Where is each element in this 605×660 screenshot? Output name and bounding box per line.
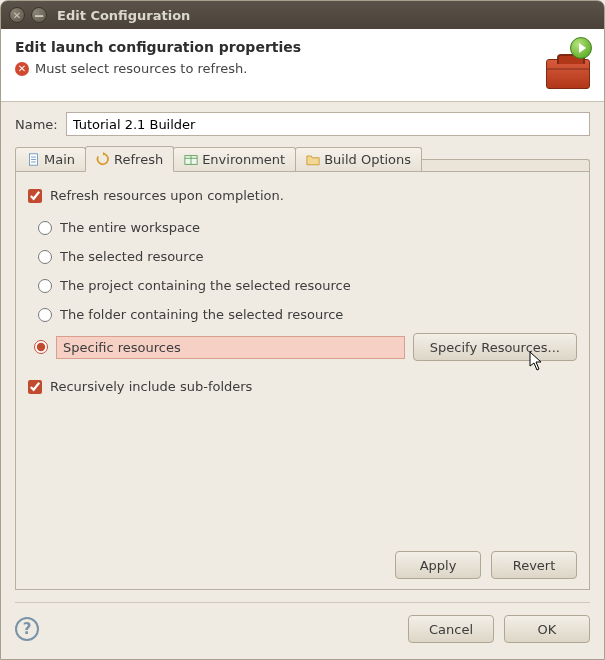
close-window-button[interactable]: ✕ [9, 7, 25, 23]
name-label: Name: [15, 117, 58, 132]
separator [15, 602, 590, 603]
refresh-panel: Refresh resources upon completion. The e… [15, 172, 590, 590]
refresh-on-complete-label[interactable]: Refresh resources upon completion. [50, 188, 284, 203]
run-icon [570, 37, 592, 59]
help-button[interactable]: ? [15, 617, 39, 641]
folder-icon [306, 153, 320, 167]
cancel-button[interactable]: Cancel [408, 615, 494, 643]
tab-build-options[interactable]: Build Options [295, 147, 422, 171]
toolbox-icon [546, 59, 590, 89]
tab-refresh-label: Refresh [114, 152, 163, 167]
specify-resources-button[interactable]: Specify Resources... [413, 333, 577, 361]
radio-folder-containing[interactable] [38, 308, 52, 322]
environment-icon [184, 153, 198, 167]
radio-project-containing[interactable] [38, 279, 52, 293]
titlebar[interactable]: ✕ ‒ Edit Configuration [1, 1, 604, 29]
radio-folder-containing-label[interactable]: The folder containing the selected resou… [60, 307, 343, 322]
tab-main[interactable]: Main [15, 147, 86, 171]
refresh-on-complete-checkbox[interactable] [28, 189, 42, 203]
document-icon [26, 153, 40, 167]
revert-button[interactable]: Revert [491, 551, 577, 579]
tab-build-label: Build Options [324, 152, 411, 167]
recursive-checkbox[interactable] [28, 380, 42, 394]
radio-entire-workspace-label[interactable]: The entire workspace [60, 220, 200, 235]
radio-entire-workspace[interactable] [38, 221, 52, 235]
header-title: Edit launch configuration properties [15, 39, 534, 55]
tab-environment-label: Environment [202, 152, 285, 167]
tab-environment[interactable]: Environment [173, 147, 296, 171]
refresh-icon [96, 152, 110, 166]
header-banner: Edit launch configuration properties ✕ M… [1, 29, 604, 102]
header-error: ✕ Must select resources to refresh. [15, 61, 534, 76]
radio-specific-resources-label[interactable]: Specific resources [56, 336, 405, 359]
tab-main-label: Main [44, 152, 75, 167]
ok-button[interactable]: OK [504, 615, 590, 643]
radio-specific-resources[interactable] [34, 340, 48, 354]
tab-bar-trailing [422, 159, 590, 171]
header-error-text: Must select resources to refresh. [35, 61, 247, 76]
recursive-label[interactable]: Recursively include sub-folders [50, 379, 252, 394]
radio-project-containing-label[interactable]: The project containing the selected reso… [60, 278, 351, 293]
dialog-window: ✕ ‒ Edit Configuration Edit launch confi… [0, 0, 605, 660]
tab-bar: Main Refresh Environment Build Options [15, 146, 590, 172]
window-title: Edit Configuration [57, 8, 190, 23]
name-input[interactable] [66, 112, 590, 136]
apply-button[interactable]: Apply [395, 551, 481, 579]
tab-refresh[interactable]: Refresh [85, 146, 174, 172]
error-icon: ✕ [15, 62, 29, 76]
minimize-window-button[interactable]: ‒ [31, 7, 47, 23]
header-graphic [534, 39, 590, 89]
radio-selected-resource[interactable] [38, 250, 52, 264]
radio-selected-resource-label[interactable]: The selected resource [60, 249, 204, 264]
